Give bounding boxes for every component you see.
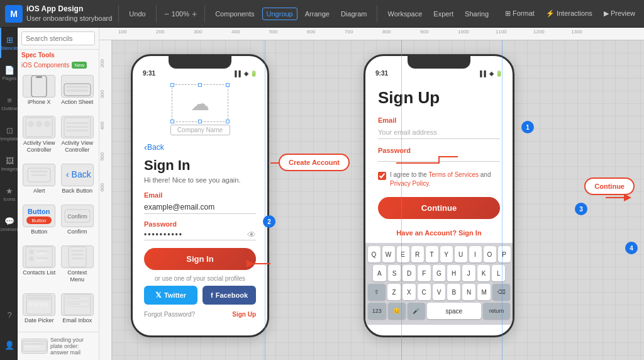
terms-of-service-link[interactable]: Terms of Services: [429, 171, 479, 178]
logo-placeholder[interactable]: ☁: [172, 84, 228, 122]
back-button[interactable]: ‹ Back: [144, 142, 256, 152]
signup-password-input[interactable]: [378, 156, 500, 162]
stencil-email-inbox[interactable]: Email Inbox: [60, 291, 96, 329]
nav-images[interactable]: 🖼 Images: [0, 149, 18, 179]
password-input[interactable]: ••••••••••: [144, 230, 247, 239]
key-i[interactable]: I: [469, 246, 482, 262]
stencil-iphone-x[interactable]: iPhone X: [21, 72, 57, 111]
workspace-btn[interactable]: Workspace: [384, 8, 426, 20]
handle-br[interactable]: [226, 120, 230, 123]
stencil-confirm[interactable]: Confirm Confirm: [60, 202, 96, 240]
continue-float-button[interactable]: Continue: [584, 177, 635, 195]
key-mic[interactable]: 🎤: [408, 303, 425, 319]
key-t[interactable]: T: [426, 246, 438, 262]
key-emoji[interactable]: 😊: [388, 303, 406, 319]
nav-stencils[interactable]: ⊞ Stencils: [0, 28, 18, 58]
key-l[interactable]: L: [492, 265, 505, 281]
facebook-button[interactable]: f Facebook: [203, 286, 256, 305]
ungroup-btn[interactable]: Ungroup: [262, 8, 297, 20]
continue-button[interactable]: Continue: [378, 197, 500, 219]
nav-pages[interactable]: 📄 Pages: [0, 58, 18, 88]
key-x[interactable]: X: [402, 284, 416, 300]
key-k[interactable]: K: [477, 265, 491, 281]
canvas-content: 9:31 ▌▌ ◈ 🔋 ☁ Co: [112, 40, 644, 360]
key-b[interactable]: B: [447, 284, 460, 300]
signin-button[interactable]: Sign In: [144, 248, 256, 270]
svg-text:Button: Button: [28, 208, 50, 215]
key-s[interactable]: S: [388, 265, 401, 281]
stencil-activity2[interactable]: Activity View Controller: [60, 113, 96, 159]
signin-nav-link[interactable]: Sign In: [458, 229, 482, 237]
signup-email-input[interactable]: Your email address: [378, 126, 500, 139]
sending-plate-thumb: [21, 339, 48, 354]
terms-checkbox[interactable]: [378, 172, 386, 180]
stencil-back-btn[interactable]: ‹ Back Back Button: [60, 161, 96, 200]
diagram-btn[interactable]: Diagram: [337, 8, 371, 20]
handle-tr[interactable]: [226, 83, 230, 87]
twitter-button[interactable]: 𝕏 Twitter: [144, 286, 197, 305]
key-p[interactable]: P: [498, 246, 511, 262]
handle-t[interactable]: [198, 83, 202, 87]
svg-point-6: [28, 121, 34, 127]
key-h[interactable]: H: [447, 265, 460, 281]
stencil-activity1[interactable]: Activity View Controller: [21, 113, 57, 159]
key-return[interactable]: return: [483, 303, 510, 319]
nav-comments[interactable]: 💬 Comments: [0, 209, 18, 239]
format-btn[interactable]: ⊞ Format: [501, 8, 538, 20]
key-m[interactable]: M: [477, 284, 491, 300]
key-g[interactable]: G: [433, 265, 446, 281]
key-c[interactable]: C: [418, 284, 431, 300]
key-space[interactable]: space: [427, 303, 481, 319]
company-name-field[interactable]: Company Name: [170, 125, 230, 135]
arrange-btn[interactable]: Arrange: [301, 8, 333, 20]
key-w[interactable]: W: [382, 246, 395, 262]
stencil-context-menu[interactable]: Context Menu: [60, 243, 96, 288]
key-n[interactable]: N: [462, 284, 475, 300]
key-r[interactable]: R: [411, 246, 424, 262]
key-a[interactable]: A: [373, 265, 386, 281]
key-shift[interactable]: ⇧: [368, 284, 386, 300]
key-e[interactable]: E: [397, 246, 409, 262]
nav-icons[interactable]: ★ Icons: [0, 179, 18, 209]
images-icon: 🖼: [6, 156, 14, 166]
components-btn[interactable]: Components: [211, 8, 258, 20]
key-u[interactable]: U: [455, 246, 467, 262]
handle-bl[interactable]: [170, 120, 174, 123]
key-f[interactable]: F: [418, 265, 431, 281]
email-input[interactable]: example@email.com: [144, 201, 256, 214]
create-account-button[interactable]: Create Account: [279, 154, 350, 171]
sending-plate-item[interactable]: Sending your plate order: answer mail: [21, 335, 95, 357]
key-123[interactable]: 123: [368, 303, 386, 319]
key-o[interactable]: O: [484, 246, 496, 262]
expert-btn[interactable]: Expert: [430, 8, 457, 20]
search-input[interactable]: [21, 31, 95, 45]
stencil-contacts[interactable]: Contacts List: [21, 243, 57, 288]
preview-btn[interactable]: ▶ Preview: [600, 8, 639, 20]
key-d[interactable]: D: [402, 265, 416, 281]
handle-b[interactable]: [198, 120, 202, 123]
key-q[interactable]: Q: [368, 246, 380, 262]
nav-profile[interactable]: 👤: [0, 330, 18, 360]
key-v[interactable]: V: [433, 284, 446, 300]
handle-tl[interactable]: [170, 83, 174, 87]
stencil-date-picker[interactable]: Date Picker: [21, 291, 57, 329]
zoom-minus-btn[interactable]: −: [163, 9, 170, 19]
stencil-action-sheet[interactable]: Action Sheet: [60, 72, 96, 111]
nav-templates[interactable]: ⊡ Templates: [0, 118, 18, 149]
interactions-btn[interactable]: ⚡ Interactions: [542, 8, 596, 20]
key-j[interactable]: J: [462, 265, 475, 281]
signup-link[interactable]: Sign Up: [232, 311, 256, 318]
key-z[interactable]: Z: [387, 284, 401, 300]
app-logo: M: [5, 5, 23, 23]
eye-icon[interactable]: 👁: [247, 230, 256, 240]
key-y[interactable]: Y: [440, 246, 453, 262]
stencil-button-blue[interactable]: ButtonButton Button: [21, 202, 57, 240]
privacy-policy-link[interactable]: Privacy Policy.: [390, 180, 430, 187]
nav-help[interactable]: ?: [0, 300, 18, 330]
undo-button[interactable]: Undo: [125, 8, 149, 20]
canvas-area[interactable]: 100 200 300 400 500 600 700 800 900 1000…: [99, 28, 644, 360]
zoom-plus-btn[interactable]: +: [191, 9, 198, 19]
nav-outline[interactable]: ≡ Outline: [0, 88, 18, 118]
sharing-btn[interactable]: Sharing: [461, 8, 492, 20]
stencil-alert[interactable]: Alert: [21, 161, 57, 200]
